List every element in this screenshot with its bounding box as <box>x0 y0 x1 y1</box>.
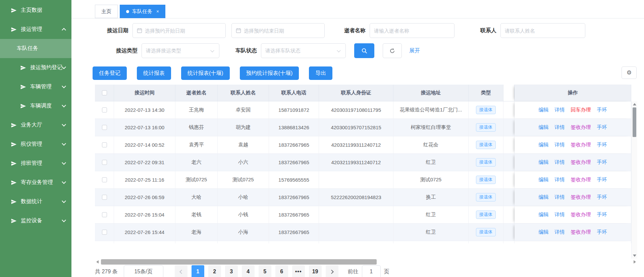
action-link-blue[interactable]: 详情 <box>555 229 565 235</box>
action-link-blue[interactable]: 编辑 <box>539 194 549 200</box>
action-link-blue[interactable]: 手环 <box>597 142 607 148</box>
action-link-blue[interactable]: 详情 <box>555 142 565 148</box>
sidebar-item[interactable]: 车辆管理 <box>0 77 71 96</box>
scroll-left-arrow-icon[interactable] <box>96 260 99 264</box>
action-link-magenta[interactable]: 签收办理 <box>571 212 591 218</box>
action-link-blue[interactable]: 详情 <box>555 107 565 113</box>
action-link-blue[interactable]: 详情 <box>555 194 565 200</box>
page-size-select[interactable]: 15条/页 <box>124 265 163 277</box>
page-number-button[interactable]: 1 <box>192 265 204 277</box>
scroll-right-arrow-icon[interactable] <box>634 260 636 264</box>
row-checkbox[interactable] <box>102 195 107 200</box>
action-link-blue[interactable]: 详情 <box>555 124 565 131</box>
sidebar-item[interactable]: 接运管理 <box>0 20 71 39</box>
cell-text: 换工 <box>426 194 436 200</box>
action-link-magenta[interactable]: 签收办理 <box>571 159 591 166</box>
action-link-blue[interactable]: 手环 <box>597 229 607 235</box>
action-link-magenta[interactable]: 签收办理 <box>571 124 591 131</box>
sidebar-item[interactable]: 排班管理 <box>0 154 71 173</box>
next-page-button[interactable] <box>326 265 338 277</box>
action-link-blue[interactable]: 编辑 <box>539 142 549 148</box>
action-link-blue[interactable]: 编辑 <box>539 159 549 166</box>
sidebar-item[interactable]: 接运预约登记 <box>0 58 71 77</box>
page-number-button[interactable]: 6 <box>275 265 288 277</box>
tab-label: 主页 <box>101 8 111 15</box>
action-link-blue[interactable]: 手环 <box>597 107 607 113</box>
toolbar-button[interactable]: 统计报表(十堰) <box>181 66 230 80</box>
action-link-blue[interactable]: 编辑 <box>539 107 549 113</box>
action-link-blue[interactable]: 详情 <box>555 177 565 183</box>
date-start-input[interactable] <box>145 28 221 34</box>
cell-text: 袁越 <box>238 142 248 148</box>
sidebar-item[interactable]: 车队任务 <box>0 39 71 58</box>
reset-button[interactable] <box>383 43 402 58</box>
sidebar-item[interactable]: 数据统计 <box>0 192 71 211</box>
vertical-scrollbar[interactable] <box>631 101 637 259</box>
sidebar-item[interactable]: 业务大厅 <box>0 116 71 135</box>
action-link-blue[interactable]: 详情 <box>555 159 565 166</box>
page-number-button[interactable]: 2 <box>208 265 221 277</box>
action-link-blue[interactable]: 手环 <box>597 124 607 131</box>
action-link-blue[interactable]: 编辑 <box>539 124 549 131</box>
contact-field[interactable] <box>500 23 585 38</box>
table-cell <box>95 136 114 154</box>
row-checkbox[interactable] <box>102 212 107 217</box>
toolbar-button[interactable]: 预约统计报表(十堰) <box>240 66 299 80</box>
date-end-input[interactable] <box>244 28 320 34</box>
action-link-magenta[interactable]: 签收办理 <box>571 229 591 235</box>
action-link-magenta[interactable]: 签收办理 <box>571 194 591 200</box>
column-settings-button[interactable]: ⚙ <box>622 66 637 79</box>
sidebar-item[interactable]: 寄存业务管理 <box>0 173 71 192</box>
vertical-scroll-thumb[interactable] <box>633 107 636 137</box>
scroll-up-arrow-icon[interactable] <box>633 103 636 105</box>
toolbar-button[interactable]: 任务登记 <box>93 66 127 80</box>
date-start-field[interactable] <box>132 23 226 38</box>
action-link-blue[interactable]: 手环 <box>597 177 607 183</box>
horizontal-scroll-thumb[interactable] <box>101 259 377 265</box>
tab-active[interactable]: 车队任务× <box>120 5 165 18</box>
action-link-blue[interactable]: 编辑 <box>539 177 549 183</box>
row-checkbox[interactable] <box>102 160 107 165</box>
sidebar-item[interactable]: 殡仪管理 <box>0 135 71 154</box>
fleet-status-select[interactable]: 请选择车队状态 <box>261 43 346 58</box>
page-number-button[interactable]: 19 <box>309 265 322 277</box>
page-number-button[interactable]: 3 <box>225 265 238 277</box>
row-checkbox[interactable] <box>102 125 107 130</box>
page-number-button[interactable]: 4 <box>242 265 255 277</box>
expand-toggle[interactable]: 展开 <box>409 47 420 54</box>
action-link-blue[interactable]: 手环 <box>597 194 607 200</box>
action-link-blue[interactable]: 手环 <box>597 159 607 166</box>
page-ellipsis[interactable]: ••• <box>292 265 305 277</box>
page-number-button[interactable]: 5 <box>259 265 271 277</box>
deceased-name-input[interactable] <box>374 28 450 34</box>
action-link-blue[interactable]: 手环 <box>597 212 607 218</box>
action-link-red[interactable]: 回车办理 <box>571 107 591 113</box>
table-cell <box>95 101 114 119</box>
goto-page-input[interactable] <box>362 265 381 277</box>
row-checkbox[interactable] <box>102 107 107 112</box>
contact-input[interactable] <box>505 28 581 34</box>
transport-type-select[interactable]: 请选择接运类型 <box>142 43 219 58</box>
scroll-down-arrow-icon[interactable] <box>633 255 636 257</box>
toolbar-button[interactable]: 导出 <box>309 66 332 80</box>
sidebar-item[interactable]: 车辆调度 <box>0 96 71 116</box>
select-all-checkbox[interactable] <box>102 90 107 95</box>
deceased-name-field[interactable] <box>370 23 454 38</box>
action-link-blue[interactable]: 编辑 <box>539 229 549 235</box>
sidebar-item[interactable]: 主页数据 <box>0 1 71 20</box>
row-checkbox[interactable] <box>102 230 107 235</box>
action-link-blue[interactable]: 详情 <box>555 212 565 218</box>
close-icon[interactable]: × <box>156 9 159 14</box>
sidebar-item[interactable]: 监控设备 <box>0 211 71 230</box>
toolbar-button[interactable]: 统计报表 <box>137 66 171 80</box>
prev-page-button[interactable] <box>175 265 187 277</box>
goto-page: 前往 页 <box>348 265 389 277</box>
date-end-field[interactable] <box>231 23 325 38</box>
row-checkbox[interactable] <box>102 142 107 147</box>
tab-item[interactable]: 主页 <box>95 5 118 18</box>
action-link-blue[interactable]: 编辑 <box>539 212 549 218</box>
row-checkbox[interactable] <box>102 177 107 182</box>
action-link-magenta[interactable]: 签收办理 <box>571 177 591 183</box>
action-link-magenta[interactable]: 签收办理 <box>571 142 591 148</box>
search-button[interactable] <box>354 43 374 58</box>
